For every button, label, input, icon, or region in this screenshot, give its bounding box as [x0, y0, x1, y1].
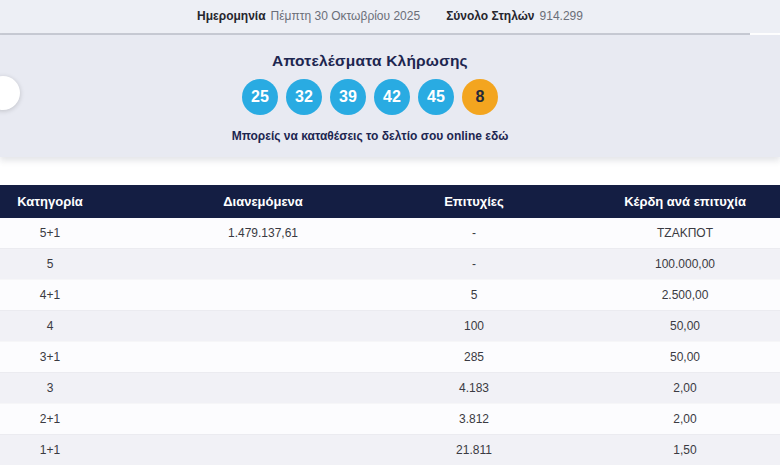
draw-results-panel: Αποτελέσματα Κλήρωσης 25323942458 Μπορεί…: [0, 35, 780, 157]
draw-info-bar: Ημερομηνία Πέμπτη 30 Οκτωβρίου 2025 Σύνο…: [0, 0, 780, 33]
table-cell: 2,00: [522, 412, 780, 426]
table-row: 2+13.8122,00: [0, 403, 780, 434]
table-cell: 5: [426, 288, 522, 302]
table-cell: 3+1: [0, 350, 100, 364]
table-row: 34.1832,00: [0, 372, 780, 403]
draw-date: Ημερομηνία Πέμπτη 30 Οκτωβρίου 2025: [197, 0, 420, 33]
table-header-cell: Διανεμόμενα: [100, 194, 426, 209]
table-cell: 100.000,00: [522, 257, 780, 271]
table-header-cell: Επιτυχίες: [426, 194, 522, 209]
joker-number-ball: 8: [462, 79, 498, 115]
table-cell: -: [426, 257, 522, 271]
table-cell: 4+1: [0, 288, 100, 302]
table-row: 4+152.500,00: [0, 279, 780, 310]
total-columns-value: 914.299: [540, 0, 583, 33]
table-header-cell: Κατηγορία: [0, 194, 100, 209]
drawn-numbers: 25323942458: [0, 79, 740, 115]
table-cell: 285: [426, 350, 522, 364]
table-cell: 2.500,00: [522, 288, 780, 302]
table-cell: 5: [0, 257, 100, 271]
table-cell: ΤΖΑΚΠΟΤ: [522, 226, 780, 240]
table-cell: 5+1: [0, 226, 100, 240]
draw-date-value: Πέμπτη 30 Οκτωβρίου 2025: [271, 0, 421, 33]
drawn-number-ball: 42: [374, 79, 410, 115]
table-cell: 1+1: [0, 443, 100, 457]
total-columns: Σύνολο Στηλών 914.299: [446, 0, 583, 33]
table-cell: 3.812: [426, 412, 522, 426]
drawn-number-ball: 39: [330, 79, 366, 115]
online-submit-text: Μπορείς να καταθέσεις το δελτίο σου onli…: [0, 129, 740, 143]
table-row: 3+128550,00: [0, 341, 780, 372]
table-cell: 21.811: [426, 443, 522, 457]
table-row: 5-100.000,00: [0, 248, 780, 279]
draw-date-label: Ημερομηνία: [197, 0, 266, 33]
online-submit-label: Μπορείς να καταθέσεις το δελτίο σου onli…: [232, 129, 482, 143]
drawn-number-ball: 25: [242, 79, 278, 115]
table-cell: 50,00: [522, 319, 780, 333]
table-row: 410050,00: [0, 310, 780, 341]
table-cell: 4: [0, 319, 100, 333]
winnings-table: ΚατηγορίαΔιανεμόμεναΕπιτυχίεςΚέρδη ανά ε…: [0, 185, 780, 470]
table-cell: 4.183: [426, 381, 522, 395]
table-row: 5+11.479.137,61-ΤΖΑΚΠΟΤ: [0, 218, 780, 248]
table-cell: 1.479.137,61: [100, 226, 426, 240]
table-cell: 100: [426, 319, 522, 333]
drawn-number-ball: 45: [418, 79, 454, 115]
table-cell: -: [426, 226, 522, 240]
table-cell: 2,00: [522, 381, 780, 395]
results-table-body: 5+11.479.137,61-ΤΖΑΚΠΟΤ5-100.000,004+152…: [0, 218, 780, 465]
total-columns-label: Σύνολο Στηλών: [446, 0, 534, 33]
table-cell: 2+1: [0, 412, 100, 426]
table-header-cell: Κέρδη ανά επιτυχία: [522, 194, 780, 209]
table-cell: 50,00: [522, 350, 780, 364]
drawn-number-ball: 32: [286, 79, 322, 115]
table-cell: 1,50: [522, 443, 780, 457]
results-title: Αποτελέσματα Κλήρωσης: [0, 52, 740, 70]
table-header-row: ΚατηγορίαΔιανεμόμεναΕπιτυχίεςΚέρδη ανά ε…: [0, 185, 780, 218]
table-row: 1+121.8111,50: [0, 434, 780, 465]
online-submit-link[interactable]: εδώ: [485, 129, 508, 143]
table-cell: 3: [0, 381, 100, 395]
